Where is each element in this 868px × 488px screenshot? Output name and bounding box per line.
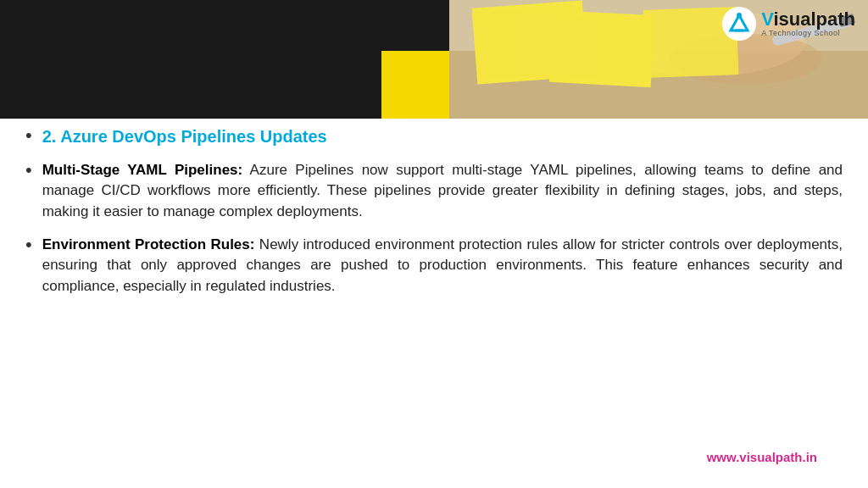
bullet-dot-2: • (25, 233, 32, 258)
yellow-accent-block (381, 51, 449, 119)
svg-rect-4 (472, 1, 587, 85)
bullet-list: • 2. Azure DevOps Pipelines Updates • Mu… (25, 125, 843, 297)
list-item-environment: • Environment Protection Rules: Newly in… (25, 235, 843, 297)
bullet-text-2: Environment Protection Rules: Newly intr… (42, 235, 843, 297)
header-left-dark (0, 0, 449, 119)
bullet-dot-heading: • (25, 124, 32, 148)
list-item-multi-stage: • Multi-Stage YAML Pipelines: Azure Pipe… (25, 160, 843, 223)
logo-text: Visualpath A Technology School (761, 10, 855, 37)
logo-name: Visualpath (761, 10, 855, 29)
slide-container: Visualpath A Technology School • 2. Azur… (0, 0, 868, 488)
bullet-dot-1: • (25, 158, 32, 183)
logo: Visualpath A Technology School (722, 7, 855, 41)
bold-label-2: Environment Protection Rules: (42, 236, 255, 252)
header: Visualpath A Technology School (0, 0, 868, 119)
header-right-photo: Visualpath A Technology School (449, 0, 868, 119)
svg-point-9 (722, 7, 756, 41)
bold-label-1: Multi-Stage YAML Pipelines: (42, 162, 243, 178)
watermark: www.visualpath.in (707, 450, 817, 464)
heading-bullet: • 2. Azure DevOps Pipelines Updates (25, 125, 843, 148)
visualpath-logo-icon (722, 7, 756, 41)
content-area: • 2. Azure DevOps Pipelines Updates • Mu… (25, 125, 843, 480)
svg-point-12 (737, 13, 742, 18)
section-heading: 2. Azure DevOps Pipelines Updates (42, 125, 327, 147)
logo-tagline: A Technology School (761, 29, 855, 37)
svg-rect-5 (549, 10, 654, 87)
bullet-text-1: Multi-Stage YAML Pipelines: Azure Pipeli… (42, 160, 843, 223)
